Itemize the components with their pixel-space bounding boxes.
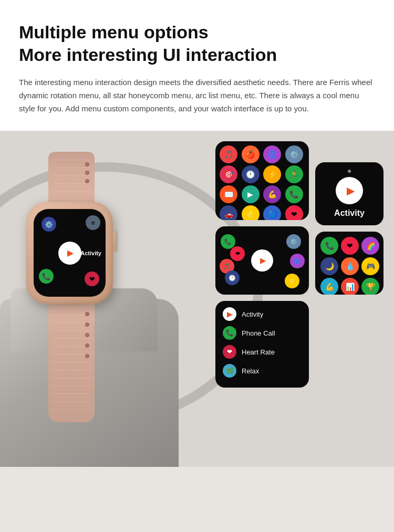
- watch-app-icon-settings: ⚙️: [42, 217, 56, 232]
- watch-screen: ⚙️ ≡ Activity 📞 ❤: [34, 209, 106, 297]
- list-icon-heartrate: ❤: [223, 345, 236, 359]
- screenshots-left-col: 🎵 🍎 🌀 ⚙️ 🎯 🕐 ⚡ 🏃 ✉️ ▶ 💪 📞 🚗 ⭐ 🔵 ❤: [215, 141, 309, 388]
- app-icon-music: 🎵: [220, 145, 237, 163]
- arc-screen-content: 📞 ❤ 🎵 ⚙️ 🌀 🕐 ⭐: [215, 226, 309, 295]
- demo-section: ⚙️ ≡ Activity 📞 ❤: [0, 131, 394, 467]
- screenshot-list-menu: ▶ Activity 📞 Phone Call ❤ Heart Rate 🌿 R…: [215, 301, 309, 388]
- screenshot-colorful-grid: 📞 ❤ 🌈 🌙 💧 🎮 💪 📊 🏆: [315, 232, 383, 295]
- watch-app-icon-heart: ❤: [85, 272, 99, 286]
- watch-activity-label: Activity: [80, 250, 101, 256]
- activity-screen-label: Activity: [334, 208, 365, 218]
- band-holes-bottom: [85, 312, 89, 358]
- band-hole: [85, 179, 89, 183]
- colorful-grid-content: 📞 ❤ 🌈 🌙 💧 🎮 💪 📊 🏆: [315, 232, 383, 295]
- header-section: Multiple menu options More interesting U…: [0, 0, 394, 131]
- colorful-icon-heart: ❤: [341, 237, 359, 255]
- app-icon-clock: 🕐: [242, 165, 260, 183]
- band-hole: [85, 333, 89, 337]
- app-grid: 🎵 🍎 🌀 ⚙️ 🎯 🕐 ⚡ 🏃 ✉️ ▶ 💪 📞 🚗 ⭐ 🔵 ❤: [215, 141, 309, 220]
- colorful-icon-game: 🎮: [361, 257, 379, 275]
- colorful-icon-moon: 🌙: [320, 257, 338, 275]
- watch-body: ⚙️ ≡ Activity 📞 ❤: [26, 202, 113, 304]
- arc-icon-star: ⭐: [285, 274, 299, 288]
- app-icon-target: 🎯: [220, 165, 237, 183]
- activity-dot: [348, 170, 351, 173]
- arc-icon-clock: 🕐: [225, 270, 240, 285]
- colorful-icon-drop: 💧: [341, 257, 359, 275]
- list-item-heartrate: ❤ Heart Rate: [223, 345, 302, 359]
- app-icon-run: 🏃: [285, 165, 303, 183]
- description-text: The interesting menu interaction design …: [19, 76, 375, 115]
- colorful-icon-fitness: 💪: [320, 278, 338, 295]
- colorful-icon-chart: 📊: [341, 278, 359, 295]
- arc-center-play-icon: [251, 249, 273, 272]
- app-icon-fitness: 💪: [263, 185, 281, 203]
- app-icon-car: 🚗: [220, 205, 237, 220]
- app-icon-lightning: ⚡: [263, 165, 281, 183]
- watch-center-play-icon: [58, 242, 81, 265]
- screenshots-right-col: Activity 📞 ❤ 🌈 🌙 💧 🎮 💪 📊 🏆: [315, 162, 383, 388]
- watch-app-icon-misc: ≡: [86, 215, 100, 230]
- colorful-icon-phone: 📞: [320, 237, 338, 255]
- list-label-relax: Relax: [242, 367, 259, 375]
- app-icon-health: 🍎: [242, 145, 260, 163]
- watch-band-bottom: [48, 296, 95, 422]
- list-icon-phone: 📞: [223, 326, 236, 340]
- band-holes-top: [85, 162, 89, 183]
- watch-side-button: [113, 231, 116, 252]
- app-icon-star: ⭐: [242, 205, 260, 220]
- app-icon-circle: 🔵: [263, 205, 281, 220]
- screenshot-arc-menu: 📞 ❤ 🎵 ⚙️ 🌀 🕐 ⭐: [215, 226, 309, 295]
- app-icon-phone: 📞: [285, 185, 303, 203]
- app-icon-settings: ⚙️: [285, 145, 303, 163]
- menu-screenshots: 🎵 🍎 🌀 ⚙️ 🎯 🕐 ⚡ 🏃 ✉️ ▶ 💪 📞 🚗 ⭐ 🔵 ❤: [215, 141, 383, 388]
- arc-icon-settings: ⚙️: [286, 234, 301, 249]
- arc-icon-spiral: 🌀: [290, 254, 305, 268]
- list-screen-content: ▶ Activity 📞 Phone Call ❤ Heart Rate 🌿 R…: [215, 301, 309, 388]
- list-label-phone: Phone Call: [242, 329, 275, 337]
- band-hole: [85, 171, 89, 175]
- watch-screen-content: ⚙️ ≡ Activity 📞 ❤: [34, 209, 106, 297]
- colorful-icon-rainbow: 🌈: [361, 237, 379, 255]
- list-icon-relax: 🌿: [223, 364, 236, 378]
- arc-icon-heart: ❤: [230, 246, 245, 261]
- smartwatch: ⚙️ ≡ Activity 📞 ❤: [16, 152, 168, 425]
- list-label-heartrate: Heart Rate: [242, 348, 275, 356]
- band-hole: [85, 162, 89, 166]
- screenshot-grid-menu: 🎵 🍎 🌀 ⚙️ 🎯 🕐 ⚡ 🏃 ✉️ ▶ 💪 📞 🚗 ⭐ 🔵 ❤: [215, 141, 309, 220]
- band-hole: [85, 354, 89, 358]
- app-icon-mail: ✉️: [220, 185, 237, 203]
- list-item-activity: ▶ Activity: [223, 307, 302, 321]
- band-hole: [85, 322, 89, 327]
- list-item-phone: 📞 Phone Call: [223, 326, 302, 340]
- colorful-icon-trophy: 🏆: [361, 278, 379, 295]
- list-label-activity: Activity: [242, 310, 263, 318]
- app-icon-heart: ❤: [285, 205, 303, 220]
- band-hole: [85, 312, 89, 316]
- list-item-relax: 🌿 Relax: [223, 364, 302, 378]
- activity-screen-content: Activity: [315, 162, 383, 225]
- app-icon-spiral: 🌀: [263, 145, 281, 163]
- band-hole: [85, 343, 89, 348]
- main-title: Multiple menu options More interesting U…: [19, 21, 375, 66]
- app-icon-play: ▶: [242, 185, 260, 203]
- screenshot-activity-screen: Activity: [315, 162, 383, 225]
- watch-app-icon-phone: 📞: [39, 269, 54, 284]
- list-icon-activity: ▶: [223, 307, 236, 321]
- activity-play-icon: [336, 177, 363, 204]
